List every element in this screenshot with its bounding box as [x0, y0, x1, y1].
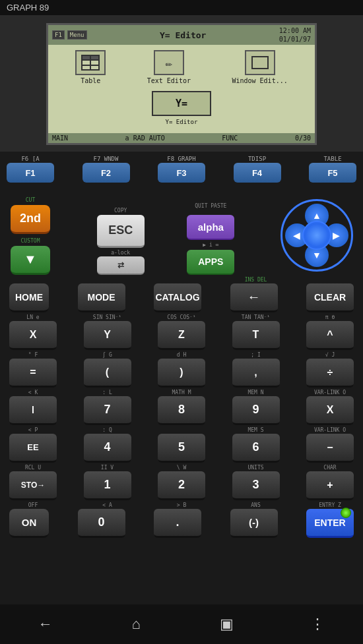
comma-button[interactable]: ,: [232, 359, 280, 388]
home-button[interactable]: HOME: [9, 283, 49, 312]
3-button[interactable]: 3: [232, 471, 280, 500]
7-button[interactable]: 7: [84, 396, 131, 425]
f1-button[interactable]: F1: [7, 163, 54, 183]
arrow-indicator: ▶ i ∞: [187, 242, 234, 248]
table-icon-item: Table: [75, 50, 106, 84]
yeditor-box: Y=: [152, 91, 211, 116]
power-button[interactable]: ^: [306, 321, 354, 350]
label-ins: INS DEL: [232, 277, 280, 283]
neg-button[interactable]: (-): [230, 509, 278, 538]
multiply-button[interactable]: X: [306, 396, 354, 425]
1-button[interactable]: 1: [84, 471, 131, 500]
sto-button[interactable]: STO→: [9, 471, 57, 500]
apps-button[interactable]: APPS: [187, 250, 234, 275]
label-mem: MEM N: [232, 390, 280, 395]
screen-time: 12:00 AM 01/01/97: [279, 26, 311, 44]
0-button[interactable]: 0: [78, 509, 125, 538]
copy-label: COPY: [97, 208, 145, 214]
mode-button[interactable]: MODE: [78, 283, 125, 312]
clear-button[interactable]: CLEAR: [306, 283, 354, 312]
screen-menu-label[interactable]: Menu: [67, 30, 87, 40]
catalog-button[interactable]: CATALOG: [154, 283, 201, 312]
label-integral: ∫ G: [84, 352, 131, 358]
backspace-button[interactable]: ←: [230, 283, 278, 312]
windoweditor-icon-box: [245, 50, 275, 75]
label-units: UNITS: [232, 465, 280, 471]
y-button[interactable]: Y: [84, 321, 131, 350]
9-button[interactable]: 9: [232, 396, 280, 425]
fkey-group-f3: F8 GRAPH F3: [158, 156, 205, 183]
f5-button[interactable]: F5: [309, 163, 356, 183]
label-sqrt: √ J: [306, 352, 354, 358]
alpha-button[interactable]: alpha: [187, 215, 234, 240]
windoweditor-icon: [251, 56, 269, 69]
label-semicolon: ; I: [232, 352, 280, 358]
plus-button[interactable]: +: [306, 471, 354, 500]
btns-row-5: l 7 8 9 X: [9, 396, 354, 425]
rparen-button[interactable]: ): [158, 359, 205, 388]
f4-button[interactable]: F4: [234, 163, 281, 183]
navigation-bar: ← ⌂ ▣ ⋮: [0, 604, 363, 644]
swap-button[interactable]: ⇄: [97, 256, 145, 275]
on-button[interactable]: ON: [9, 509, 49, 538]
label-gt: > B: [158, 502, 205, 508]
fkey-label-tdisp: TDISP: [248, 156, 266, 162]
screen-icons-row: Table ✏ Text Editor Window Edit...: [48, 45, 315, 87]
fkey-group-f2: F7 WNDW F2: [82, 156, 130, 183]
fkey-group-f1: F6 [A F1: [7, 156, 54, 183]
fkey-group-f4: TDISP F4: [234, 156, 281, 183]
6-button[interactable]: 6: [232, 434, 280, 463]
nav-recents-button[interactable]: ▣: [207, 610, 247, 639]
label-pause: II V: [84, 465, 131, 471]
dpad-center: [302, 221, 331, 250]
cut-label: CUT: [7, 197, 54, 203]
nav-home-button[interactable]: ⌂: [116, 610, 156, 639]
texteditor-label: Text Editor: [147, 77, 191, 84]
btns-row-8: ON 0 . (-) ENTER: [9, 509, 354, 538]
label-tan: TAN TAN⁻¹: [232, 314, 280, 320]
t-button[interactable]: T: [232, 321, 280, 350]
5-button[interactable]: 5: [158, 434, 205, 463]
app-title: GRAPH 89: [7, 3, 49, 13]
screen-title: Y= Editor: [160, 30, 206, 40]
4-button[interactable]: 4: [84, 434, 131, 463]
labels-row-6: < P : Q MEM S VAR-LINK O: [9, 427, 354, 433]
nav-back-button[interactable]: ←: [26, 610, 65, 639]
label-sin: SIN SIN⁻¹: [84, 314, 131, 320]
label-d: d H: [158, 352, 205, 358]
labels-row-8: OFF < A > B ANS ENTRY Z: [9, 502, 354, 508]
label-pi: π θ: [306, 314, 354, 320]
label-math: MATH M: [158, 390, 205, 395]
fkey-label-table: TABLE: [323, 156, 341, 162]
f3-button[interactable]: F3: [158, 163, 205, 183]
label-colon2: : Q: [84, 427, 131, 433]
label-empty1: [9, 277, 57, 283]
lparen-button[interactable]: (: [84, 359, 131, 388]
labels-row-7: RCL U II V \ W UNITS CHAR: [9, 465, 354, 471]
labels-row-2: INS DEL: [9, 277, 354, 283]
dot-button[interactable]: .: [154, 509, 201, 538]
fkey-group-f5: TABLE F5: [309, 156, 356, 183]
screen-bottom-mid: a RAD AUTO: [125, 134, 165, 142]
pipe-button[interactable]: l: [9, 396, 57, 425]
windoweditor-icon-item: Window Edit...: [232, 50, 287, 84]
equals-button[interactable]: =: [9, 359, 57, 388]
labels-row-3: LN e SIN SIN⁻¹ COS COS⁻¹ TAN TAN⁻¹ π θ: [9, 314, 354, 320]
btns-row-6: EE 4 5 6 −: [9, 434, 354, 463]
green-arrow-button[interactable]: ▼: [11, 246, 50, 275]
screen-selected-area: Y= Y= Editor: [48, 87, 315, 127]
ee-button[interactable]: EE: [9, 434, 57, 463]
nav-more-button[interactable]: ⋮: [298, 610, 337, 639]
f2-button[interactable]: F2: [82, 163, 130, 183]
minus-button[interactable]: −: [306, 434, 354, 463]
x-button[interactable]: X: [9, 321, 57, 350]
8-button[interactable]: 8: [158, 396, 205, 425]
2-button[interactable]: 2: [158, 471, 205, 500]
esc-button[interactable]: ESC: [97, 215, 145, 248]
divide-button[interactable]: ÷: [306, 359, 354, 388]
dpad-container: ▲ ▼ ◀ ▶: [277, 196, 356, 275]
z-button[interactable]: Z: [158, 321, 205, 350]
green-indicator: [341, 508, 351, 518]
2nd-button[interactable]: 2nd: [11, 205, 50, 234]
screen-f1-btn[interactable]: F1: [52, 30, 65, 40]
